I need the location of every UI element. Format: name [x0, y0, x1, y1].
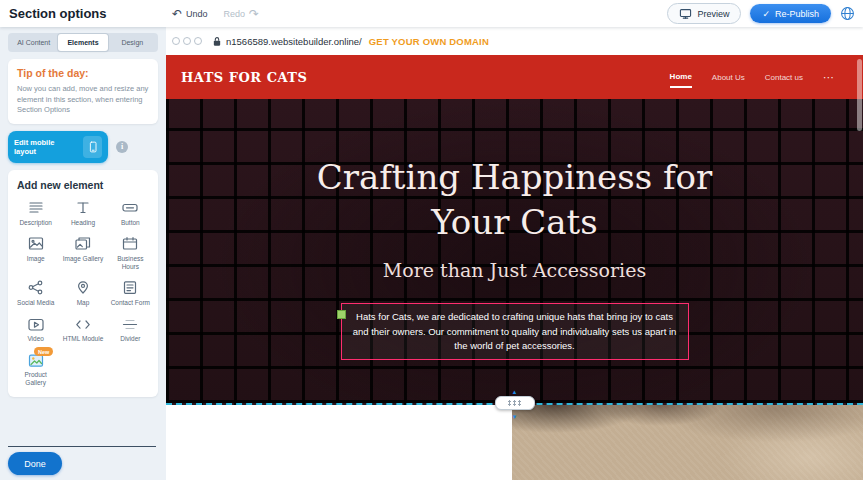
element-item-image[interactable]: Image [13, 236, 58, 271]
sidebar-divider [8, 446, 156, 447]
element-label: Heading [71, 219, 95, 227]
heading-icon [74, 200, 92, 216]
text-lines-icon [27, 200, 45, 216]
republish-button[interactable]: ✓ Re-Publish [750, 4, 831, 23]
element-item-business-hours[interactable]: Business Hours [108, 236, 153, 271]
tip-card: Tip of the day: Now you can add, move an… [8, 59, 158, 124]
element-item-heading[interactable]: Heading [60, 200, 105, 227]
monitor-icon [679, 8, 692, 20]
element-label: Video [27, 335, 44, 343]
phone-icon [83, 136, 102, 158]
image-icon [27, 236, 45, 252]
website-builder-app: Section options ↶ Undo Redo ↷ Preview ✓ … [0, 0, 863, 480]
browser-dot [194, 37, 202, 45]
republish-label: Re-Publish [775, 9, 819, 19]
element-item-social-media[interactable]: Social Media [13, 280, 58, 307]
language-globe-icon[interactable] [840, 6, 855, 21]
element-item-description[interactable]: Description [13, 200, 58, 227]
nav-item-home[interactable]: Home [670, 66, 692, 88]
element-item-video[interactable]: Video [13, 316, 58, 343]
element-item-divider[interactable]: Divider [108, 316, 153, 343]
undo-button[interactable]: ↶ Undo [172, 8, 208, 20]
code-icon [74, 316, 92, 332]
nav-item-about-us[interactable]: About Us [712, 67, 745, 87]
site-header: HATS FOR CATS Home About Us Contact us ⋯ [166, 55, 863, 99]
done-button[interactable]: Done [8, 452, 62, 475]
new-badge: New [34, 347, 53, 356]
edit-mobile-label: Edit mobile layout [14, 138, 78, 156]
edit-mobile-layout-button[interactable]: Edit mobile layout [8, 131, 108, 163]
element-label: Product Gallery [14, 371, 58, 387]
hero-body-text: Hats for Cats, we are dedicated to craft… [353, 311, 677, 351]
address-url[interactable]: n1566589.websitebuilder.online/ [226, 36, 362, 47]
hero-headline[interactable]: Crafting Happiness for Your Cats [295, 99, 735, 245]
resize-arrow-down-icon: ▼ [512, 414, 518, 420]
scrollbar-thumb[interactable] [857, 59, 862, 131]
element-label: Map [77, 299, 90, 307]
site-logo[interactable]: HATS FOR CATS [181, 70, 307, 85]
redo-icon: ↷ [249, 8, 259, 20]
add-element-panel: Add new element Description Heading Butt… [8, 170, 158, 398]
tip-title: Tip of the day: [17, 67, 149, 79]
element-label: Image Gallery [63, 255, 103, 263]
browser-dot [183, 37, 191, 45]
business-hours-icon [121, 236, 139, 252]
next-section-blank [166, 405, 512, 480]
site-nav: Home About Us Contact us ⋯ [670, 66, 834, 88]
contact-form-icon [121, 280, 139, 296]
tip-body: Now you can add, move and resize any ele… [17, 84, 149, 116]
share-icon [27, 280, 45, 296]
lock-icon [212, 36, 222, 47]
grip-dots-icon [507, 400, 522, 406]
sidebar: AI Content Elements Design Tip of the da… [0, 27, 166, 480]
redo-label: Redo [224, 9, 246, 19]
undo-redo-group: ↶ Undo Redo ↷ [172, 0, 259, 27]
element-label: Description [19, 219, 52, 227]
map-pin-icon [74, 280, 92, 296]
element-item-map[interactable]: Map [60, 280, 105, 307]
hero-text-box[interactable]: Hats for Cats, we are dedicated to craft… [341, 303, 689, 360]
sidebar-tabs: AI Content Elements Design [8, 33, 158, 52]
preview-area: n1566589.websitebuilder.online/ GET YOUR… [166, 27, 863, 480]
button-icon [121, 200, 139, 216]
browser-bar: n1566589.websitebuilder.online/ GET YOUR… [166, 27, 863, 55]
element-grid: Description Heading Button Image Image G [13, 200, 153, 388]
divider-icon [121, 316, 139, 332]
topbar-actions: Preview ✓ Re-Publish [667, 3, 855, 24]
resize-arrow-up-icon: ▲ [512, 389, 518, 395]
element-label: Image [27, 255, 45, 263]
tab-design[interactable]: Design [108, 34, 157, 51]
element-label: Divider [120, 335, 140, 343]
page-title: Section options [9, 6, 107, 21]
element-label: Social Media [17, 299, 54, 307]
element-label: Business Hours [108, 255, 152, 271]
tab-ai-content[interactable]: AI Content [9, 34, 58, 51]
section-resize-handle[interactable] [495, 396, 535, 410]
video-icon [27, 316, 45, 332]
cat-photo[interactable] [512, 405, 863, 480]
tab-elements[interactable]: Elements [58, 34, 107, 51]
preview-label: Preview [697, 9, 729, 19]
undo-icon: ↶ [172, 8, 182, 20]
element-item-html-module[interactable]: HTML Module [60, 316, 105, 343]
undo-label: Undo [186, 9, 208, 19]
element-item-contact-form[interactable]: Contact Form [108, 280, 153, 307]
get-domain-link[interactable]: GET YOUR OWN DOMAIN [369, 36, 489, 47]
element-label: Contact Form [111, 299, 150, 307]
browser-dot [172, 37, 180, 45]
element-label: Button [121, 219, 140, 227]
edit-mobile-row: Edit mobile layout i [8, 131, 158, 163]
element-item-image-gallery[interactable]: Image Gallery [60, 236, 105, 271]
check-icon: ✓ [762, 9, 770, 19]
element-label: HTML Module [63, 335, 104, 343]
info-icon[interactable]: i [116, 141, 128, 153]
element-item-button[interactable]: Button [108, 200, 153, 227]
hero-subheadline[interactable]: More than Just Accessories [166, 259, 863, 281]
selection-handle[interactable] [337, 310, 346, 319]
preview-button[interactable]: Preview [667, 3, 741, 24]
redo-button[interactable]: Redo ↷ [224, 8, 260, 20]
topbar: Section options ↶ Undo Redo ↷ Preview ✓ … [0, 0, 863, 27]
nav-item-contact-us[interactable]: Contact us [765, 67, 803, 87]
hero-section[interactable]: Crafting Happiness for Your Cats More th… [166, 99, 863, 405]
element-item-product-gallery[interactable]: New Product Gallery [13, 352, 58, 387]
